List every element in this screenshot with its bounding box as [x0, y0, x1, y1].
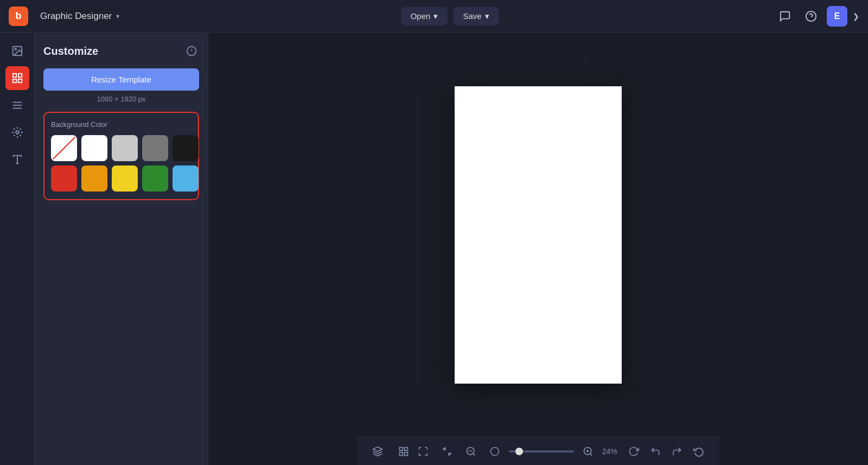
svg-point-27 [491, 447, 499, 455]
zoom-slider[interactable] [509, 450, 574, 453]
bottom-right [624, 442, 709, 461]
color-swatch-transparent[interactable] [51, 135, 77, 161]
svg-point-11 [16, 131, 19, 134]
svg-rect-5 [18, 74, 21, 77]
bottom-center: 24% [413, 442, 624, 461]
sidebar-item-layers[interactable] [5, 93, 29, 117]
sidebar-item-text[interactable] [5, 148, 29, 171]
svg-rect-19 [405, 447, 408, 450]
topbar: b Graphic Designer ▾ Open ▾ Save ▾ [0, 0, 868, 33]
grid-bottom-button[interactable] [394, 442, 413, 461]
bg-color-label: Background Color [51, 120, 192, 129]
svg-rect-20 [400, 452, 403, 455]
svg-rect-4 [12, 74, 16, 77]
svg-rect-6 [12, 79, 16, 82]
user-avatar-button[interactable]: E [827, 6, 847, 27]
color-grid [51, 135, 192, 192]
crop-button[interactable] [437, 442, 457, 461]
color-swatch-orange[interactable] [81, 165, 107, 192]
canvas-wrapper [208, 33, 868, 437]
app-logo: b [9, 7, 28, 26]
fit-screen-button[interactable] [413, 442, 433, 461]
panel-header: Customize [43, 43, 199, 59]
color-swatch-gray[interactable] [142, 135, 168, 161]
zoom-level: 24% [602, 447, 624, 456]
color-swatch-red[interactable] [51, 165, 77, 192]
svg-rect-18 [400, 447, 403, 450]
customize-panel: Customize Resize Template 1080 × 1920 px… [35, 33, 208, 465]
color-swatch-yellow[interactable] [112, 165, 138, 192]
open-button[interactable]: Open ▾ [401, 7, 448, 26]
svg-line-29 [590, 453, 592, 455]
topbar-expand-button[interactable]: ❯ [853, 12, 859, 21]
sidebar-item-customize[interactable] [5, 66, 29, 90]
topbar-center: Open ▾ Save ▾ [131, 7, 768, 26]
color-swatch-white[interactable] [81, 135, 107, 161]
resize-dimensions: 1080 × 1920 px [43, 95, 199, 103]
bottombar: 24% [357, 437, 719, 465]
sidebar-item-image[interactable] [5, 39, 29, 63]
svg-point-3 [15, 48, 16, 50]
zoom-circle [485, 442, 505, 461]
undo-button[interactable] [646, 442, 665, 461]
svg-marker-17 [373, 447, 382, 451]
zoom-in-button[interactable] [578, 442, 598, 461]
background-color-section: Background Color [43, 112, 199, 200]
svg-line-25 [473, 453, 475, 455]
info-button[interactable] [184, 43, 199, 59]
sidebar-item-elements[interactable] [5, 120, 29, 144]
app-title-label: Graphic Designer [40, 11, 112, 22]
zoom-out-button[interactable] [461, 442, 481, 461]
icon-sidebar [0, 33, 35, 465]
app-title-dropdown[interactable]: Graphic Designer ▾ [35, 8, 125, 25]
color-swatch-green[interactable] [142, 165, 168, 192]
color-swatch-light-gray[interactable] [112, 135, 138, 161]
panel-title: Customize [43, 45, 98, 58]
canvas-document [455, 86, 622, 384]
history-button[interactable] [689, 442, 709, 461]
refresh-button[interactable] [624, 442, 643, 461]
redo-button[interactable] [667, 442, 687, 461]
help-button[interactable] [801, 6, 821, 27]
layers-bottom-button[interactable] [368, 442, 387, 461]
svg-rect-21 [405, 452, 408, 455]
svg-rect-7 [18, 79, 21, 82]
save-button[interactable]: Save ▾ [453, 7, 499, 26]
color-swatch-black[interactable] [173, 135, 199, 161]
app-title-chevron: ▾ [116, 12, 119, 20]
topbar-right: E ❯ [775, 6, 859, 27]
color-swatch-blue[interactable] [173, 165, 199, 192]
bottom-left [368, 442, 413, 461]
main-area: Customize Resize Template 1080 × 1920 px… [0, 33, 868, 465]
canvas-area: 24% [208, 33, 868, 465]
comment-button[interactable] [775, 6, 795, 27]
resize-template-button[interactable]: Resize Template [43, 68, 199, 91]
